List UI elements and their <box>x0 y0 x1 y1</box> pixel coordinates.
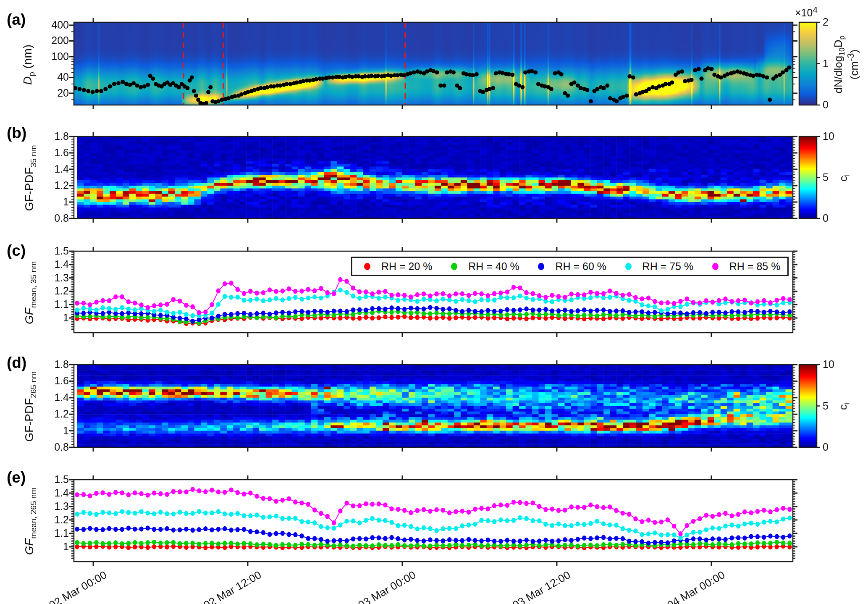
y-tick-label-d: 1.6 <box>23 375 69 387</box>
y-tick-label-d: 1.2 <box>23 408 69 420</box>
x-tick-label: 03 Mar 12:00 <box>427 568 566 581</box>
y-tick-label-c: 1.1 <box>23 298 69 310</box>
colorbar-tick-label-d: 5 <box>823 400 856 412</box>
y-tick-label-a: 400 <box>23 19 69 31</box>
colorbar-tick-label-b: 5 <box>823 171 856 184</box>
legend-label-rh40: RH = 40 % <box>468 260 519 273</box>
y-tick-label-d: 1 <box>23 425 69 437</box>
y-tick-label-a: 20 <box>23 87 69 99</box>
y-tick-label-b: 1.4 <box>23 163 69 175</box>
legend-label-rh20: RH = 20 % <box>381 260 433 273</box>
y-tick-label-c: 1.4 <box>23 258 69 270</box>
figure-root: (a) (b) (c) (d) (e) Dp (nm) GF-PDF35 nm … <box>0 0 868 604</box>
y-tick-label-d: 1.8 <box>23 358 69 370</box>
y-tick-label-e: 1.1 <box>23 527 69 539</box>
y-tick-label-b: 1 <box>23 196 69 208</box>
legend-marker-rh85 <box>712 263 719 270</box>
legend-marker-rh60 <box>538 263 544 270</box>
colorbar-tick-label-a: 0 <box>823 99 856 111</box>
y-tick-label-d: 1.4 <box>23 391 69 404</box>
colorbar-tick-label-b: 10 <box>823 130 856 142</box>
rh-legend: RH = 20 % RH = 40 % RH = 60 % RH = 75 % … <box>351 257 789 276</box>
legend-item-rh75: RH = 75 % <box>614 260 700 273</box>
y-tick-label-c: 1 <box>23 312 69 324</box>
legend-marker-rh40 <box>451 263 457 270</box>
legend-label-rh75: RH = 75 % <box>642 260 694 273</box>
colorbar-a-multiplier: ×104 <box>795 7 818 19</box>
y-tick-label-c: 1.2 <box>23 285 69 297</box>
colorbar-tick-label-b: 0 <box>823 212 856 224</box>
legend-item-rh60: RH = 60 % <box>526 260 613 273</box>
x-tick-label: 03 Mar 00:00 <box>273 568 412 581</box>
y-tick-label-e: 1.5 <box>23 473 69 486</box>
legend-marker-rh20 <box>364 263 370 270</box>
y-tick-label-e: 1.2 <box>23 514 69 526</box>
y-tick-label-e: 1.4 <box>23 487 69 499</box>
colorbar-tick-label-d: 0 <box>823 441 856 453</box>
legend-label-rh60: RH = 60 % <box>555 260 606 273</box>
legend-marker-rh75 <box>625 263 632 270</box>
legend-item-rh85: RH = 85 % <box>700 260 787 273</box>
colorbar-tick-label-a: 2 <box>823 16 856 28</box>
colorbar-tick-label-d: 10 <box>823 358 856 370</box>
y-tick-label-c: 1.3 <box>23 272 69 284</box>
y-tick-label-c: 1.5 <box>23 245 69 257</box>
y-tick-label-a: 100 <box>23 50 69 63</box>
y-tick-label-d: 0.8 <box>23 441 69 453</box>
colorbar-tick-label-a: 1 <box>823 58 856 70</box>
y-tick-label-e: 1 <box>23 541 69 553</box>
y-tick-label-a: 200 <box>23 34 69 47</box>
y-tick-label-b: 1.6 <box>23 147 69 159</box>
legend-label-rh85: RH = 85 % <box>729 260 781 273</box>
legend-item-rh40: RH = 40 % <box>439 260 526 273</box>
chart-canvas <box>0 0 868 604</box>
y-tick-label-b: 1.2 <box>23 179 69 192</box>
x-tick-label: 02 Mar 12:00 <box>118 568 257 581</box>
x-tick-label: 04 Mar 00:00 <box>582 568 721 581</box>
x-tick-label: 02 Mar 00:00 <box>0 568 102 581</box>
y-tick-label-e: 1.3 <box>23 500 69 512</box>
y-tick-label-b: 1.8 <box>23 130 69 142</box>
y-tick-label-a: 40 <box>23 71 69 83</box>
y-tick-label-b: 0.8 <box>23 212 69 224</box>
legend-item-rh20: RH = 20 % <box>352 260 439 273</box>
